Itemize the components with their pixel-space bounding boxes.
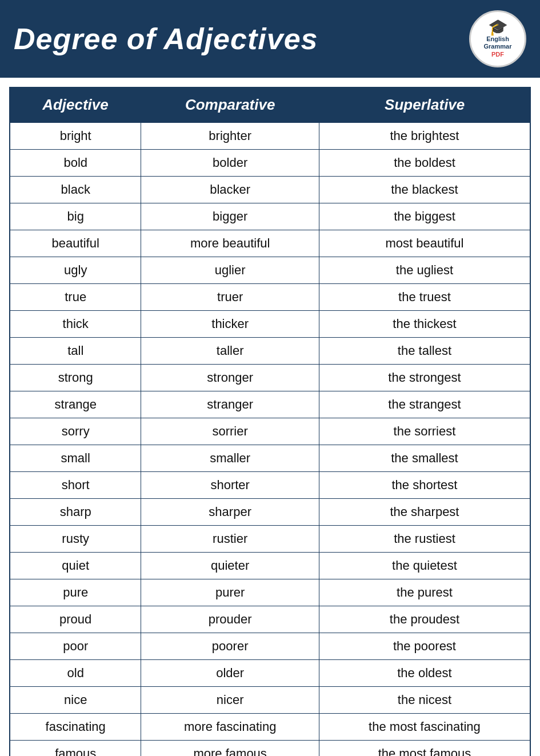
cell-r14-c2: the sharpest bbox=[319, 499, 530, 526]
adjectives-table: Adjective Comparative Superlative bright… bbox=[9, 87, 531, 756]
cell-r18-c1: prouder bbox=[141, 606, 319, 633]
cell-r13-c0: short bbox=[10, 472, 141, 499]
table-row: shortshorterthe shortest bbox=[10, 472, 530, 499]
cell-r0-c1: brighter bbox=[141, 122, 319, 150]
cell-r14-c1: sharper bbox=[141, 499, 319, 526]
cell-r1-c2: the boldest bbox=[319, 150, 530, 177]
col-adjective: Adjective bbox=[10, 87, 141, 122]
cell-r17-c0: pure bbox=[10, 579, 141, 606]
cell-r13-c1: shorter bbox=[141, 472, 319, 499]
cell-r17-c1: purer bbox=[141, 579, 319, 606]
cell-r23-c2: the most famous bbox=[319, 741, 530, 757]
cell-r5-c2: the ugliest bbox=[319, 257, 530, 284]
table-row: blackblackerthe blackest bbox=[10, 177, 530, 203]
cell-r6-c0: true bbox=[10, 284, 141, 311]
cell-r17-c2: the purest bbox=[319, 579, 530, 606]
table-row: poorpoorerthe poorest bbox=[10, 633, 530, 660]
cell-r15-c0: rusty bbox=[10, 526, 141, 553]
cell-r16-c0: quiet bbox=[10, 553, 141, 579]
cell-r8-c1: taller bbox=[141, 338, 319, 365]
cell-r0-c0: bright bbox=[10, 122, 141, 150]
table-container: Adjective Comparative Superlative bright… bbox=[0, 78, 540, 756]
cell-r22-c1: more fascinating bbox=[141, 714, 319, 741]
cell-r16-c2: the quietest bbox=[319, 553, 530, 579]
cell-r10-c2: the strangest bbox=[319, 391, 530, 418]
page-title: Degree of Adjectives bbox=[14, 22, 318, 56]
cell-r12-c1: smaller bbox=[141, 445, 319, 472]
cell-r3-c2: the biggest bbox=[319, 203, 530, 230]
cell-r21-c2: the nicest bbox=[319, 687, 530, 714]
cell-r11-c2: the sorriest bbox=[319, 418, 530, 445]
cell-r15-c2: the rustiest bbox=[319, 526, 530, 553]
table-row: fascinatingmore fascinatingthe most fasc… bbox=[10, 714, 530, 741]
cell-r20-c0: old bbox=[10, 660, 141, 687]
cell-r22-c0: fascinating bbox=[10, 714, 141, 741]
cell-r7-c1: thicker bbox=[141, 311, 319, 338]
table-row: purepurerthe purest bbox=[10, 579, 530, 606]
table-row: strangestrangerthe strangest bbox=[10, 391, 530, 418]
cell-r23-c0: famous bbox=[10, 741, 141, 757]
cell-r12-c0: small bbox=[10, 445, 141, 472]
cell-r6-c2: the truest bbox=[319, 284, 530, 311]
cell-r19-c0: poor bbox=[10, 633, 141, 660]
cell-r1-c0: bold bbox=[10, 150, 141, 177]
table-row: famousmore famousthe most famous bbox=[10, 741, 530, 757]
col-comparative: Comparative bbox=[141, 87, 319, 122]
cell-r2-c2: the blackest bbox=[319, 177, 530, 203]
cell-r4-c0: beautiful bbox=[10, 230, 141, 257]
cell-r9-c0: strong bbox=[10, 365, 141, 391]
cell-r19-c2: the poorest bbox=[319, 633, 530, 660]
table-row: proudprouderthe proudest bbox=[10, 606, 530, 633]
col-superlative: Superlative bbox=[319, 87, 530, 122]
cell-r11-c1: sorrier bbox=[141, 418, 319, 445]
cell-r19-c1: poorer bbox=[141, 633, 319, 660]
cell-r0-c2: the brightest bbox=[319, 122, 530, 150]
logo-icon: 🎓 bbox=[488, 19, 508, 35]
table-row: truetruerthe truest bbox=[10, 284, 530, 311]
cell-r6-c1: truer bbox=[141, 284, 319, 311]
logo-badge: 🎓 English Grammar PDF bbox=[469, 10, 526, 67]
table-row: oldolderthe oldest bbox=[10, 660, 530, 687]
table-row: beautifulmore beautifulmost beautiful bbox=[10, 230, 530, 257]
cell-r12-c2: the smallest bbox=[319, 445, 530, 472]
table-row: sorrysorrierthe sorriest bbox=[10, 418, 530, 445]
table-row: strongstrongerthe strongest bbox=[10, 365, 530, 391]
logo-text: English Grammar PDF bbox=[484, 35, 512, 58]
cell-r2-c1: blacker bbox=[141, 177, 319, 203]
cell-r18-c0: proud bbox=[10, 606, 141, 633]
cell-r22-c2: the most fascinating bbox=[319, 714, 530, 741]
cell-r1-c1: bolder bbox=[141, 150, 319, 177]
cell-r7-c0: thick bbox=[10, 311, 141, 338]
cell-r20-c1: older bbox=[141, 660, 319, 687]
table-row: uglyuglierthe ugliest bbox=[10, 257, 530, 284]
cell-r7-c2: the thickest bbox=[319, 311, 530, 338]
cell-r8-c0: tall bbox=[10, 338, 141, 365]
cell-r18-c2: the proudest bbox=[319, 606, 530, 633]
table-row: bigbiggerthe biggest bbox=[10, 203, 530, 230]
cell-r5-c1: uglier bbox=[141, 257, 319, 284]
cell-r5-c0: ugly bbox=[10, 257, 141, 284]
table-row: talltallerthe tallest bbox=[10, 338, 530, 365]
cell-r14-c0: sharp bbox=[10, 499, 141, 526]
header: Degree of Adjectives 🎓 English Grammar P… bbox=[0, 0, 540, 78]
table-row: rustyrustierthe rustiest bbox=[10, 526, 530, 553]
cell-r16-c1: quieter bbox=[141, 553, 319, 579]
cell-r10-c1: stranger bbox=[141, 391, 319, 418]
cell-r9-c2: the strongest bbox=[319, 365, 530, 391]
cell-r3-c1: bigger bbox=[141, 203, 319, 230]
cell-r2-c0: black bbox=[10, 177, 141, 203]
cell-r3-c0: big bbox=[10, 203, 141, 230]
cell-r4-c2: most beautiful bbox=[319, 230, 530, 257]
cell-r21-c0: nice bbox=[10, 687, 141, 714]
table-row: nicenicerthe nicest bbox=[10, 687, 530, 714]
table-row: smallsmallerthe smallest bbox=[10, 445, 530, 472]
table-row: quietquieterthe quietest bbox=[10, 553, 530, 579]
table-row: boldbolderthe boldest bbox=[10, 150, 530, 177]
cell-r13-c2: the shortest bbox=[319, 472, 530, 499]
cell-r10-c0: strange bbox=[10, 391, 141, 418]
cell-r4-c1: more beautiful bbox=[141, 230, 319, 257]
cell-r23-c1: more famous bbox=[141, 741, 319, 757]
cell-r8-c2: the tallest bbox=[319, 338, 530, 365]
cell-r11-c0: sorry bbox=[10, 418, 141, 445]
table-header-row: Adjective Comparative Superlative bbox=[10, 87, 530, 122]
